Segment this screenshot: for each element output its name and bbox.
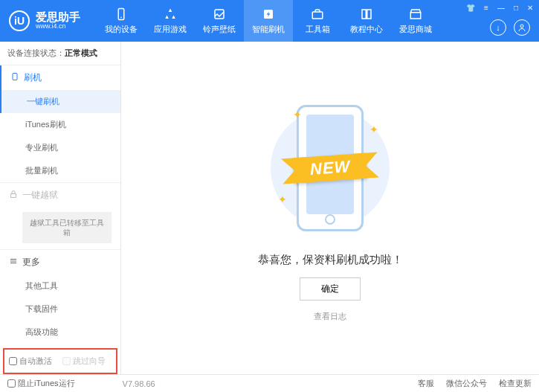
- version-label: V7.98.66: [123, 379, 155, 388]
- svg-rect-7: [11, 194, 16, 198]
- app-subtitle: www.i4.cn: [36, 23, 80, 30]
- lock-icon: [9, 190, 18, 201]
- app-header: iU 爱思助手 www.i4.cn 我的设备 应用游戏 铃声壁纸 智能刷机 工具…: [0, 0, 539, 42]
- svg-rect-4: [312, 12, 323, 19]
- book-icon: [359, 7, 374, 22]
- view-log-link[interactable]: 查看日志: [314, 311, 346, 322]
- sidebar-item-oneclick-flash[interactable]: 一键刷机: [0, 90, 120, 113]
- jailbreak-note: 越狱工具已转移至工具箱: [22, 212, 112, 243]
- footer-link-update[interactable]: 检查更新: [499, 378, 532, 389]
- wallpaper-icon: [212, 7, 227, 22]
- svg-rect-6: [13, 74, 17, 80]
- auto-activate-checkbox[interactable]: 自动激活: [9, 356, 52, 367]
- footer: 阻止iTunes运行 V7.98.66 客服 微信公众号 检查更新: [0, 374, 539, 392]
- flash-section-icon: [10, 72, 19, 83]
- nav-apps[interactable]: 应用游戏: [146, 0, 195, 42]
- nav-my-device[interactable]: 我的设备: [97, 0, 146, 42]
- block-itunes-checkbox[interactable]: 阻止iTunes运行: [7, 378, 75, 389]
- sidebar-item-pro-flash[interactable]: 专业刷机: [0, 136, 120, 159]
- sidebar-section-flash[interactable]: 刷机: [0, 65, 120, 90]
- success-message: 恭喜您，保资料刷机成功啦！: [258, 253, 403, 267]
- minimize-icon[interactable]: —: [496, 2, 506, 13]
- store-icon: [408, 7, 423, 22]
- nav-store[interactable]: 爱思商城: [391, 0, 440, 42]
- main-content: ✦ ✦ ✦ NEW 恭喜您，保资料刷机成功啦！ 确定 查看日志: [121, 42, 539, 374]
- skin-icon[interactable]: 👕: [465, 2, 477, 13]
- logo: iU 爱思助手 www.i4.cn: [0, 10, 89, 31]
- close-icon[interactable]: ✕: [526, 2, 535, 13]
- connection-status: 设备连接状态：正常模式: [0, 42, 120, 65]
- phone-icon: [114, 7, 129, 22]
- sidebar-section-more[interactable]: 更多: [0, 250, 120, 274]
- nav-tutorials[interactable]: 教程中心: [342, 0, 391, 42]
- skip-guide-checkbox[interactable]: 跳过向导: [62, 356, 106, 367]
- toolbox-icon: [310, 7, 325, 22]
- header-actions: ↓: [490, 19, 530, 36]
- apps-icon: [163, 7, 178, 22]
- sidebar-item-other-tools[interactable]: 其他工具: [0, 274, 120, 298]
- user-button[interactable]: [514, 19, 530, 36]
- footer-link-wechat[interactable]: 微信公众号: [446, 378, 487, 389]
- ok-button[interactable]: 确定: [300, 277, 361, 301]
- top-nav: 我的设备 应用游戏 铃声壁纸 智能刷机 工具箱 教程中心 爱思商城: [97, 0, 440, 42]
- flash-icon: [261, 7, 276, 22]
- download-button[interactable]: ↓: [490, 19, 506, 36]
- sidebar: 设备连接状态：正常模式 刷机 一键刷机 iTunes刷机 专业刷机 批量刷机 一…: [0, 42, 121, 374]
- more-icon: [9, 257, 18, 268]
- logo-icon: iU: [9, 10, 30, 31]
- maximize-icon[interactable]: □: [512, 2, 520, 13]
- nav-ringtones[interactable]: 铃声壁纸: [195, 0, 244, 42]
- new-ribbon: NEW: [293, 153, 367, 184]
- nav-toolbox[interactable]: 工具箱: [293, 0, 342, 42]
- menu-icon[interactable]: ≡: [482, 2, 490, 13]
- app-title: 爱思助手: [36, 11, 80, 24]
- sidebar-item-advanced[interactable]: 高级功能: [0, 321, 120, 344]
- svg-point-5: [520, 25, 523, 28]
- window-controls: 👕 ≡ — □ ✕: [465, 2, 535, 13]
- sidebar-item-itunes-flash[interactable]: iTunes刷机: [0, 113, 120, 136]
- footer-link-support[interactable]: 客服: [418, 378, 434, 389]
- sidebar-section-jailbreak: 一键越狱: [0, 183, 120, 208]
- options-box: 自动激活 跳过向导: [3, 348, 117, 374]
- sidebar-item-download-firmware[interactable]: 下载固件: [0, 298, 120, 321]
- sidebar-item-batch-flash[interactable]: 批量刷机: [0, 159, 120, 182]
- svg-rect-2: [215, 10, 224, 19]
- nav-flash[interactable]: 智能刷机: [244, 0, 293, 42]
- success-illustration: ✦ ✦ ✦ NEW: [263, 94, 397, 242]
